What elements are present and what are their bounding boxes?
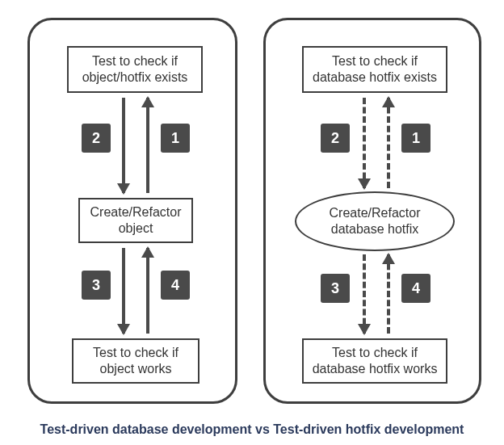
badge-label: 3	[92, 277, 100, 294]
node-label: Create/Refactorobject	[90, 204, 182, 237]
badge-label: 4	[412, 280, 420, 297]
node-left-mid: Create/Refactorobject	[78, 198, 193, 243]
arrowhead-icon	[382, 96, 395, 107]
diagram-caption: Test-driven database development vs Test…	[0, 422, 504, 437]
arrow-right-4-up	[387, 254, 390, 334]
step-badge-2: 2	[321, 124, 350, 153]
badge-label: 1	[171, 130, 179, 147]
step-badge-1: 1	[161, 124, 190, 153]
panel-tdd-hotfix: Test to check ifdatabase hotfix exists C…	[263, 18, 481, 404]
arrow-right-3-down	[363, 254, 366, 334]
arrowhead-icon	[117, 324, 130, 335]
diagram-canvas: Test to check ifobject/hotfix exists Cre…	[0, 0, 504, 445]
badge-label: 4	[171, 277, 179, 294]
node-label: Create/Refactordatabase hotfix	[330, 205, 421, 237]
step-badge-4: 4	[161, 271, 190, 300]
node-left-bot: Test to check ifobject works	[72, 338, 200, 384]
badge-label: 3	[331, 280, 339, 297]
badge-label: 2	[331, 130, 339, 147]
arrow-left-1-up	[146, 98, 149, 193]
arrow-left-4-up	[146, 248, 149, 334]
node-right-bot: Test to check ifdatabase hotfix works	[302, 338, 447, 384]
arrowhead-icon	[358, 178, 371, 190]
step-badge-4: 4	[401, 274, 430, 303]
arrowhead-icon	[382, 253, 395, 264]
step-badge-3: 3	[321, 274, 350, 303]
node-label: Test to check ifdatabase hotfix exists	[313, 53, 437, 86]
badge-label: 1	[412, 130, 420, 147]
arrow-left-3-down	[122, 248, 125, 334]
arrow-right-1-up	[387, 98, 390, 188]
node-label: Test to check ifdatabase hotfix works	[313, 345, 438, 377]
node-right-mid: Create/Refactordatabase hotfix	[295, 191, 455, 251]
node-left-top: Test to check ifobject/hotfix exists	[67, 46, 203, 93]
step-badge-1: 1	[401, 124, 430, 153]
node-right-top: Test to check ifdatabase hotfix exists	[302, 46, 447, 93]
panel-tdd-database: Test to check ifobject/hotfix exists Cre…	[27, 18, 237, 404]
step-badge-3: 3	[82, 271, 111, 300]
arrowhead-icon	[117, 183, 130, 195]
arrowhead-icon	[141, 96, 154, 107]
arrow-right-2-down	[363, 98, 366, 188]
node-label: Test to check ifobject/hotfix exists	[82, 53, 188, 86]
arrow-left-2-down	[122, 98, 125, 193]
arrowhead-icon	[141, 246, 154, 258]
arrowhead-icon	[358, 324, 371, 335]
step-badge-2: 2	[82, 124, 111, 153]
node-label: Test to check ifobject works	[93, 345, 178, 377]
badge-label: 2	[92, 130, 100, 147]
